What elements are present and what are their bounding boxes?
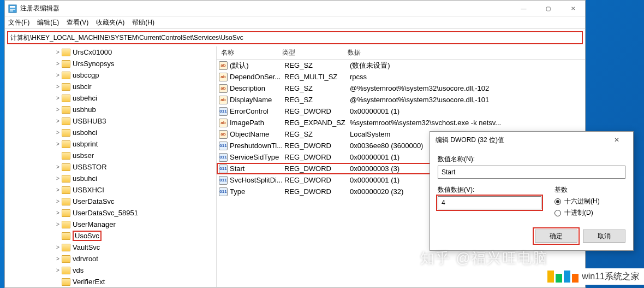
- expander-icon[interactable]: >: [54, 244, 62, 250]
- row-type: REG_EXPAND_SZ: [284, 119, 350, 127]
- menu-edit[interactable]: 编辑(E): [37, 18, 59, 27]
- col-type[interactable]: 类型: [282, 48, 348, 57]
- tree-item[interactable]: >usbehci: [5, 92, 216, 104]
- folder-icon: [62, 152, 70, 160]
- tree-item[interactable]: >usbprint: [5, 138, 216, 150]
- tree-item[interactable]: >UrsCx01000: [5, 46, 216, 58]
- expander-icon[interactable]: >: [54, 84, 62, 90]
- tree-label: usbuhci: [73, 174, 97, 183]
- expander-icon[interactable]: >: [54, 267, 62, 273]
- tree-label: usbprint: [73, 140, 98, 148]
- titlebar[interactable]: 注册表编辑器 — ▢ ✕: [5, 1, 585, 17]
- folder-icon: [62, 244, 70, 251]
- row-type: REG_DWORD: [284, 107, 350, 115]
- minimize-button[interactable]: —: [511, 1, 536, 16]
- expander-icon[interactable]: >: [54, 107, 62, 113]
- list-row[interactable]: abDisplayNameREG_SZ@%systemroot%\system3…: [217, 94, 585, 105]
- expander-icon[interactable]: >: [54, 61, 62, 67]
- tree-item[interactable]: >UrsSynopsys: [5, 58, 216, 69]
- radix-dec-radio[interactable]: 十进制(D): [554, 208, 625, 218]
- expander-icon[interactable]: >: [54, 175, 62, 181]
- radix-hex-radio[interactable]: 十六进制(H): [554, 197, 625, 206]
- tree-item[interactable]: >USBSTOR: [5, 161, 216, 173]
- maximize-button[interactable]: ▢: [536, 1, 560, 16]
- expander-icon[interactable]: >: [54, 187, 62, 193]
- folder-icon: [62, 278, 70, 286]
- folder-icon: [62, 60, 70, 68]
- tree-item[interactable]: >vdrvroot: [5, 253, 216, 265]
- list-row[interactable]: abDescriptionREG_SZ@%systemroot%\system3…: [217, 83, 585, 94]
- tree-label: vds: [73, 266, 84, 274]
- cancel-button[interactable]: 取消: [583, 230, 625, 243]
- expander-icon[interactable]: >: [54, 164, 62, 170]
- menu-fav[interactable]: 收藏夹(A): [96, 18, 124, 27]
- expander-icon[interactable]: >: [54, 130, 62, 136]
- app-icon: [8, 4, 17, 13]
- tree-item[interactable]: >USBXHCI: [5, 184, 216, 196]
- tree-item[interactable]: >usbhub: [5, 104, 216, 115]
- tree-label: usbhub: [73, 105, 96, 114]
- tree-item[interactable]: >usbcir: [5, 81, 216, 92]
- tree-item[interactable]: usbser: [5, 150, 216, 161]
- close-button[interactable]: ✕: [560, 1, 585, 16]
- expander-icon[interactable]: >: [54, 198, 62, 204]
- tree-item[interactable]: UsoSvc: [5, 230, 216, 242]
- dialog-titlebar[interactable]: 编辑 DWORD (32 位)值 ✕: [430, 132, 633, 148]
- tree-item[interactable]: >usbohci: [5, 127, 216, 138]
- list-row[interactable]: ab(默认)REG_SZ(数值未设置): [217, 60, 585, 71]
- svg-rect-3: [10, 10, 13, 11]
- col-name[interactable]: 名称: [217, 48, 282, 57]
- row-type: REG_SZ: [284, 130, 350, 138]
- row-name: ImagePath: [230, 119, 284, 127]
- expander-icon[interactable]: >: [54, 49, 62, 55]
- expander-icon[interactable]: >: [54, 256, 62, 262]
- tree-item[interactable]: >USBHUB3: [5, 115, 216, 127]
- tree-item[interactable]: >UserManager: [5, 219, 216, 230]
- row-name: DisplayName: [230, 96, 284, 104]
- tree-item[interactable]: >VaultSvc: [5, 242, 216, 253]
- row-name: ObjectName: [230, 130, 284, 138]
- tree-label: UrsCx01000: [73, 48, 112, 56]
- tree-label: UserDataSvc_58951: [73, 209, 138, 217]
- tree-item[interactable]: >UserDataSvc: [5, 196, 216, 207]
- row-name: PreshutdownTi...: [230, 142, 284, 150]
- folder-icon: [62, 83, 70, 91]
- address-bar[interactable]: 计算机\HKEY_LOCAL_MACHINE\SYSTEM\CurrentCon…: [7, 31, 583, 44]
- menu-file[interactable]: 文件(F): [8, 18, 29, 27]
- tree-item[interactable]: >usbccgp: [5, 69, 216, 81]
- window-controls: — ▢ ✕: [511, 1, 585, 16]
- list-row[interactable]: abImagePathREG_EXPAND_SZ%systemroot%\sys…: [217, 117, 585, 128]
- expander-icon[interactable]: >: [54, 72, 62, 78]
- row-name: SvcHostSplitDi...: [230, 176, 284, 184]
- expander-icon[interactable]: >: [54, 141, 62, 147]
- tree-item[interactable]: >vds: [5, 265, 216, 276]
- binary-value-icon: 011: [219, 153, 228, 162]
- svg-rect-2: [10, 9, 15, 10]
- tree-item[interactable]: >UserDataSvc_58951: [5, 207, 216, 219]
- tree-item[interactable]: VerifierExt: [5, 276, 216, 287]
- menu-help[interactable]: 帮助(H): [132, 18, 154, 27]
- folder-icon: [62, 72, 70, 79]
- list-row[interactable]: 011ErrorControlREG_DWORD0x00000001 (1): [217, 105, 585, 117]
- tree-item[interactable]: >usbuhci: [5, 173, 216, 184]
- ok-button[interactable]: 确定: [535, 230, 577, 243]
- list-row[interactable]: abDependOnSer...REG_MULTI_SZrpcss: [217, 71, 585, 83]
- tree-view[interactable]: >UrsCx01000>UrsSynopsys>usbccgp>usbcir>u…: [5, 46, 217, 287]
- expander-icon[interactable]: >: [54, 118, 62, 124]
- value-name-field[interactable]: [438, 166, 625, 179]
- dialog-close-button[interactable]: ✕: [606, 136, 628, 144]
- tree-label: USBXHCI: [73, 186, 104, 194]
- tree-label: USBSTOR: [73, 163, 107, 171]
- folder-icon: [62, 95, 70, 102]
- expander-icon[interactable]: >: [54, 95, 62, 101]
- tree-label: vdrvroot: [73, 255, 98, 263]
- col-data[interactable]: 数据: [348, 48, 585, 57]
- row-type: REG_SZ: [284, 61, 350, 69]
- string-value-icon: ab: [219, 119, 228, 127]
- expander-icon[interactable]: >: [54, 210, 62, 216]
- row-name: Description: [230, 84, 284, 92]
- window-title: 注册表编辑器: [20, 4, 59, 13]
- value-data-field[interactable]: [438, 196, 541, 209]
- expander-icon[interactable]: >: [54, 221, 62, 227]
- menu-view[interactable]: 查看(V): [67, 18, 88, 27]
